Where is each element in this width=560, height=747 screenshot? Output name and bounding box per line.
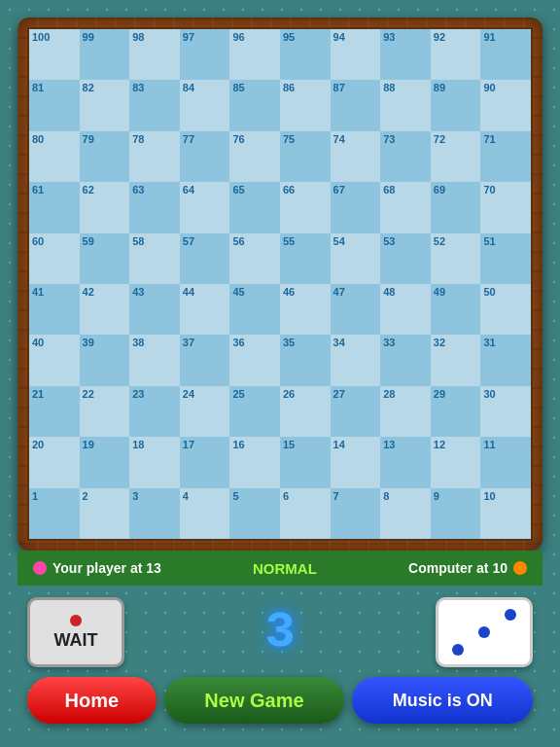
- cell-94: 94: [331, 29, 381, 80]
- cell-30: 30: [480, 386, 531, 437]
- wait-label: WAIT: [54, 630, 98, 651]
- cell-38: 38: [129, 335, 180, 385]
- cell-52: 52: [431, 233, 481, 284]
- player-icon: [33, 561, 47, 575]
- status-bar: Your player at 13 NORMAL Computer at 10: [18, 551, 542, 586]
- cell-54: 54: [331, 233, 381, 284]
- cell-17: 17: [180, 437, 230, 487]
- cell-5: 5: [229, 488, 280, 539]
- cell-36: 36: [229, 335, 280, 385]
- cell-20: 20: [29, 437, 80, 487]
- cell-15: 15: [280, 437, 331, 487]
- cell-24: 24: [180, 386, 230, 437]
- cell-3: 3: [129, 488, 180, 539]
- wait-dot: [70, 615, 82, 626]
- new-game-button[interactable]: New Game: [164, 677, 345, 724]
- home-button[interactable]: Home: [27, 677, 157, 724]
- cell-63: 63: [129, 182, 180, 232]
- cell-68: 68: [380, 182, 431, 232]
- computer-status: Computer at 10: [408, 560, 508, 576]
- cell-64: 64: [180, 182, 230, 232]
- cell-8: 8: [380, 488, 431, 539]
- cell-65: 65: [229, 182, 280, 232]
- wait-button[interactable]: WAIT: [27, 597, 124, 667]
- cell-26: 26: [280, 386, 331, 437]
- die-dot-9: [505, 644, 516, 656]
- cell-21: 21: [29, 386, 80, 437]
- cell-4: 4: [180, 488, 230, 539]
- dice-button[interactable]: [436, 597, 533, 667]
- cell-28: 28: [380, 386, 431, 437]
- difficulty-label: NORMAL: [253, 560, 317, 577]
- cell-59: 59: [80, 233, 130, 284]
- cell-87: 87: [331, 80, 381, 130]
- cell-33: 33: [380, 335, 431, 385]
- cell-83: 83: [129, 80, 180, 130]
- cell-77: 77: [180, 131, 230, 182]
- cell-25: 25: [229, 386, 280, 437]
- cell-45: 45: [229, 284, 280, 335]
- cell-93: 93: [380, 29, 431, 80]
- cell-39: 39: [80, 335, 130, 385]
- cell-96: 96: [229, 29, 280, 80]
- cell-58: 58: [129, 233, 180, 284]
- die-dot-5: [478, 626, 490, 638]
- cell-47: 47: [331, 284, 381, 335]
- cell-46: 46: [280, 284, 331, 335]
- cell-82: 82: [80, 80, 130, 130]
- cell-1: 1: [29, 488, 80, 539]
- cell-78: 78: [129, 131, 180, 182]
- cell-19: 19: [80, 437, 130, 487]
- cell-32: 32: [431, 335, 481, 385]
- cell-34: 34: [331, 335, 381, 385]
- cell-7: 7: [331, 488, 381, 539]
- cell-69: 69: [431, 182, 481, 232]
- cell-43: 43: [129, 284, 180, 335]
- cell-95: 95: [280, 29, 331, 80]
- cell-76: 76: [229, 131, 280, 182]
- cell-44: 44: [180, 284, 230, 335]
- cell-37: 37: [180, 335, 230, 385]
- cell-6: 6: [280, 488, 331, 539]
- die-dot-7: [452, 644, 464, 656]
- cell-35: 35: [280, 335, 331, 385]
- cell-29: 29: [431, 386, 481, 437]
- die-dot-8: [478, 644, 490, 656]
- cell-72: 72: [431, 131, 481, 182]
- dice-display: 3: [241, 603, 319, 661]
- background: ← ↑ 100999897969594939291818283848586878…: [0, 0, 560, 747]
- music-button[interactable]: Music is ON: [352, 677, 533, 724]
- dice-number: 3: [264, 604, 295, 661]
- cell-74: 74: [331, 131, 381, 182]
- game-board: ← ↑ 100999897969594939291818283848586878…: [27, 27, 533, 541]
- cell-97: 97: [180, 29, 230, 80]
- cell-79: 79: [80, 131, 130, 182]
- cell-67: 67: [331, 182, 381, 232]
- cell-86: 86: [280, 80, 331, 130]
- cell-71: 71: [480, 131, 531, 182]
- cell-42: 42: [80, 284, 130, 335]
- cell-31: 31: [480, 335, 531, 385]
- cell-50: 50: [480, 284, 531, 335]
- cell-9: 9: [431, 488, 481, 539]
- cell-23: 23: [129, 386, 180, 437]
- cell-2: 2: [80, 488, 130, 539]
- cell-48: 48: [380, 284, 431, 335]
- cell-22: 22: [80, 386, 130, 437]
- cell-88: 88: [380, 80, 431, 130]
- cell-41: 41: [29, 284, 80, 335]
- cell-90: 90: [480, 80, 531, 130]
- cell-14: 14: [331, 437, 381, 487]
- board-frame: ← ↑ 100999897969594939291818283848586878…: [18, 18, 542, 551]
- cell-53: 53: [380, 233, 431, 284]
- cell-61: 61: [29, 182, 80, 232]
- cell-81: 81: [29, 80, 80, 130]
- cell-92: 92: [431, 29, 481, 80]
- cell-89: 89: [431, 80, 481, 130]
- cell-10: 10: [480, 488, 531, 539]
- cell-80: 80: [29, 131, 80, 182]
- cell-56: 56: [229, 233, 280, 284]
- cell-75: 75: [280, 131, 331, 182]
- die-dot-6: [505, 626, 516, 638]
- cell-70: 70: [480, 182, 531, 232]
